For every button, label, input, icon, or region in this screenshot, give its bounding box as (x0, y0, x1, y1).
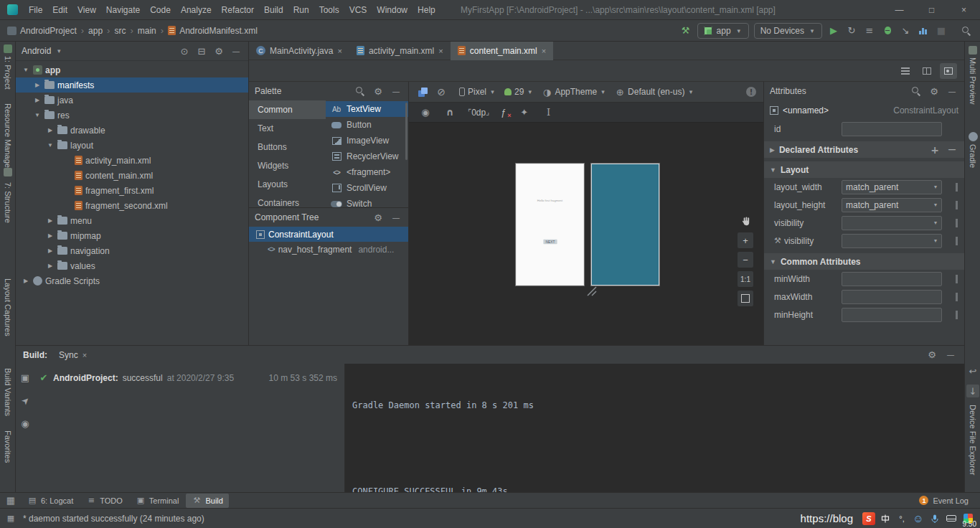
build-result-row[interactable]: AndroidProject: successful at 2020/2/27 … (34, 369, 344, 385)
palette-item-button[interactable]: Button (326, 117, 408, 133)
menu-analyze[interactable]: Analyze (176, 0, 217, 20)
zoom-out-button[interactable]: − (738, 252, 753, 268)
menu-help[interactable]: Help (413, 0, 440, 20)
tools-attribute-flag[interactable] (956, 311, 958, 319)
palette-category-common[interactable]: Common (249, 100, 326, 119)
project-view-selector[interactable]: Android (22, 46, 51, 56)
chevron-down-icon[interactable] (46, 142, 55, 148)
close-icon[interactable]: × (337, 47, 341, 55)
tool-terminal[interactable]: Terminal (130, 494, 185, 508)
palette-item-imageview[interactable]: ImageView (326, 133, 408, 148)
chevron-right-icon[interactable] (46, 232, 55, 239)
device-selector[interactable]: No Devices (754, 23, 822, 39)
hide-panel-button[interactable] (390, 85, 402, 98)
soft-wrap-button[interactable] (965, 364, 980, 377)
tools-attribute-flag[interactable] (956, 293, 958, 301)
declared-attributes-section[interactable]: ▶ Declared Attributes (764, 141, 964, 158)
bookmark-icon[interactable] (0, 168, 16, 176)
ime-language-icon[interactable] (879, 512, 892, 525)
pin-button[interactable]: ➤ (16, 391, 34, 409)
palette-item-switch[interactable]: Switch (326, 196, 408, 207)
tree-item-app[interactable]: app (16, 62, 248, 77)
collapse-all-button[interactable] (195, 44, 208, 57)
layout-height-select[interactable]: match_parent ▾ (842, 198, 942, 212)
stop-button[interactable] (935, 24, 948, 37)
run-button[interactable] (827, 24, 840, 37)
tree-item-drawable[interactable]: drawable (16, 123, 248, 138)
tool-favorites[interactable]: Favorites (0, 430, 16, 463)
breadcrumb-src[interactable]: src (114, 26, 126, 36)
surface-selector-button[interactable] (416, 85, 429, 98)
component-nav-host-fragment[interactable]: <> nav_host_fragment android... (249, 242, 408, 257)
gear-icon[interactable] (372, 211, 385, 224)
menu-refactor[interactable]: Refactor (217, 0, 259, 20)
sogou-ime-icon[interactable]: S (862, 512, 875, 525)
clear-constraints-button[interactable]: × (501, 107, 506, 118)
minimize-button[interactable]: — (883, 0, 915, 20)
menu-build[interactable]: Build (259, 0, 288, 20)
locate-file-button[interactable] (178, 44, 191, 57)
gear-icon[interactable] (372, 85, 385, 98)
palette-category-buttons[interactable]: Buttons (249, 138, 326, 156)
visibility-select[interactable]: ▾ (842, 216, 942, 230)
component-constraintlayout[interactable]: ConstraintLayout (249, 227, 408, 242)
minwidth-input[interactable] (842, 272, 942, 286)
breadcrumb-file[interactable]: AndroidManifest.xml (179, 26, 258, 36)
tools-attribute-flag[interactable] (956, 275, 958, 283)
run-config-selector[interactable]: app (697, 23, 749, 39)
gear-icon[interactable] (212, 44, 225, 57)
run-configurations-icon[interactable] (863, 24, 876, 37)
common-attributes-section[interactable]: ▼ Common Attributes (764, 253, 964, 270)
id-input[interactable] (842, 122, 942, 136)
tree-item-res[interactable]: res (16, 108, 248, 123)
chevron-right-icon[interactable] (46, 248, 55, 254)
menu-code[interactable]: Code (145, 0, 176, 20)
inspect-button[interactable] (19, 417, 32, 430)
build-console[interactable]: Gradle Daemon started in 8 s 201 ms CONF… (344, 364, 964, 492)
palette-item-scrollview[interactable]: ScrollView (326, 180, 408, 196)
chevron-right-icon[interactable] (33, 82, 42, 88)
palette-item-fragment[interactable]: <fragment> (326, 164, 408, 180)
menu-tools[interactable]: Tools (314, 0, 344, 20)
ime-keyboard-icon[interactable] (945, 512, 958, 525)
layout-width-select[interactable]: match_parent ▾ (842, 180, 942, 194)
blueprint-toggle-button[interactable] (435, 85, 448, 98)
close-icon[interactable]: × (438, 47, 443, 55)
tab-mainactivity[interactable]: MainActivity.java × (249, 42, 349, 60)
hide-panel-button[interactable] (946, 85, 958, 98)
resize-handle[interactable] (587, 286, 597, 298)
breadcrumb-main[interactable]: main (138, 26, 156, 36)
gear-icon[interactable] (928, 85, 941, 98)
design-preview[interactable]: Hello first fragment NEXT (516, 164, 584, 286)
autoconnect-toggle-button[interactable] (443, 106, 456, 119)
profiler-button[interactable] (917, 24, 930, 37)
toggle-tool-buttons-icon[interactable] (6, 512, 16, 525)
menu-view[interactable]: View (72, 0, 101, 20)
tool-build-variants[interactable]: Build Variants (0, 368, 16, 416)
event-log-button[interactable]: 1 Event Log (919, 496, 969, 505)
breadcrumb-app[interactable]: app (88, 26, 103, 36)
zoom-in-button[interactable]: + (738, 232, 753, 248)
palette-search-button[interactable] (354, 85, 367, 98)
maxwidth-input[interactable] (842, 290, 942, 304)
blueprint-preview[interactable] (591, 164, 659, 286)
tool-resource-manager[interactable]: Resource Manager (0, 103, 16, 171)
tree-item-layout[interactable]: layout (16, 138, 248, 153)
locale-selector[interactable]: Default (en-us) (615, 85, 694, 98)
tools-attribute-flag[interactable] (956, 201, 958, 209)
palette-scrollbar[interactable] (405, 103, 407, 160)
layout-section[interactable]: ▼ Layout (764, 161, 964, 178)
menu-window[interactable]: Window (372, 0, 413, 20)
design-view-button[interactable] (940, 63, 957, 79)
close-button[interactable]: × (948, 0, 980, 20)
tool-todo[interactable]: TODO (80, 494, 128, 508)
sync-tab[interactable]: Sync × (59, 350, 87, 360)
default-margin-control[interactable]: ⌜ 0dp ⌟ (468, 108, 489, 118)
chevron-right-icon[interactable] (22, 278, 30, 284)
device-selector[interactable]: Pixel (459, 85, 496, 98)
tools-attribute-flag[interactable] (956, 237, 958, 245)
hide-panel-button[interactable] (230, 44, 242, 57)
tools-attribute-flag[interactable] (956, 219, 958, 227)
zoom-reset-button[interactable]: 1:1 (738, 271, 753, 287)
palette-category-widgets[interactable]: Widgets (249, 156, 326, 175)
